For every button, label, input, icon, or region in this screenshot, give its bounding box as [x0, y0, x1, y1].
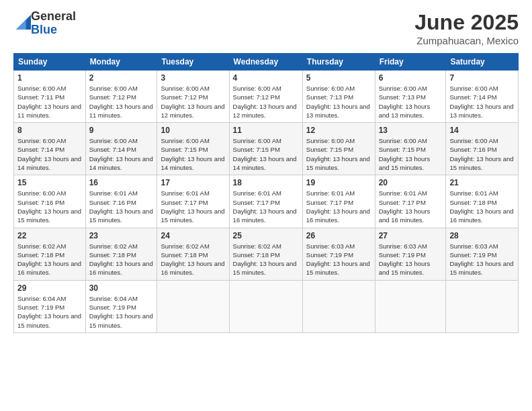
- day-info: Sunrise: 6:00 AMSunset: 7:13 PMDaylight:…: [306, 84, 371, 120]
- day-number: 22: [17, 231, 82, 240]
- day-info: Sunrise: 6:00 AMSunset: 7:13 PMDaylight:…: [379, 84, 443, 120]
- calendar-week-row: 1 Sunrise: 6:00 AMSunset: 7:11 PMDayligh…: [14, 71, 519, 123]
- calendar-week-row: 15 Sunrise: 6:00 AMSunset: 7:16 PMDaylig…: [14, 175, 519, 228]
- table-row: 5 Sunrise: 6:00 AMSunset: 7:13 PMDayligh…: [302, 71, 375, 123]
- day-info: Sunrise: 6:01 AMSunset: 7:17 PMDaylight:…: [379, 189, 443, 224]
- day-info: Sunrise: 6:01 AMSunset: 7:16 PMDaylight:…: [89, 189, 154, 224]
- day-number: 28: [449, 231, 515, 240]
- day-number: 1: [17, 73, 82, 83]
- logo-blue-text: Blue: [31, 24, 76, 37]
- empty-cell: [229, 280, 302, 332]
- table-row: 30 Sunrise: 6:04 AMSunset: 7:19 PMDaylig…: [85, 280, 157, 332]
- table-row: 10 Sunrise: 6:00 AMSunset: 7:15 PMDaylig…: [157, 123, 229, 175]
- day-number: 15: [17, 178, 82, 187]
- day-number: 18: [233, 178, 299, 187]
- svg-marker-1: [16, 19, 26, 30]
- day-info: Sunrise: 6:01 AMSunset: 7:17 PMDaylight:…: [161, 189, 225, 224]
- day-number: 3: [161, 73, 225, 83]
- day-number: 2: [89, 73, 154, 83]
- day-info: Sunrise: 6:04 AMSunset: 7:19 PMDaylight:…: [17, 294, 82, 330]
- day-info: Sunrise: 6:02 AMSunset: 7:18 PMDaylight:…: [89, 242, 154, 277]
- day-number: 23: [89, 231, 154, 240]
- table-row: 8 Sunrise: 6:00 AMSunset: 7:14 PMDayligh…: [14, 123, 86, 175]
- table-row: 16 Sunrise: 6:01 AMSunset: 7:16 PMDaylig…: [85, 175, 157, 228]
- table-row: 19 Sunrise: 6:01 AMSunset: 7:17 PMDaylig…: [302, 175, 375, 228]
- day-number: 14: [449, 126, 515, 135]
- day-number: 5: [306, 73, 371, 83]
- day-info: Sunrise: 6:02 AMSunset: 7:18 PMDaylight:…: [17, 242, 82, 277]
- day-info: Sunrise: 6:01 AMSunset: 7:17 PMDaylight:…: [233, 189, 299, 224]
- table-row: 13 Sunrise: 6:00 AMSunset: 7:15 PMDaylig…: [375, 123, 446, 175]
- table-row: 28 Sunrise: 6:03 AMSunset: 7:19 PMDaylig…: [446, 228, 519, 280]
- day-number: 17: [161, 178, 225, 187]
- day-info: Sunrise: 6:03 AMSunset: 7:19 PMDaylight:…: [379, 242, 443, 277]
- table-row: 21 Sunrise: 6:01 AMSunset: 7:18 PMDaylig…: [446, 175, 519, 228]
- col-thursday: Thursday: [302, 54, 375, 71]
- col-saturday: Saturday: [446, 54, 519, 71]
- col-tuesday: Tuesday: [157, 54, 229, 71]
- day-info: Sunrise: 6:02 AMSunset: 7:18 PMDaylight:…: [161, 242, 225, 277]
- empty-cell: [446, 280, 519, 332]
- day-number: 21: [449, 178, 515, 187]
- table-row: 4 Sunrise: 6:00 AMSunset: 7:12 PMDayligh…: [229, 71, 302, 123]
- empty-cell: [302, 280, 375, 332]
- table-row: 23 Sunrise: 6:02 AMSunset: 7:18 PMDaylig…: [85, 228, 157, 280]
- day-number: 12: [306, 126, 371, 135]
- day-number: 7: [449, 73, 515, 83]
- table-row: 14 Sunrise: 6:00 AMSunset: 7:16 PMDaylig…: [446, 123, 519, 175]
- day-info: Sunrise: 6:01 AMSunset: 7:17 PMDaylight:…: [306, 189, 371, 224]
- table-row: 6 Sunrise: 6:00 AMSunset: 7:13 PMDayligh…: [375, 71, 446, 123]
- day-info: Sunrise: 6:00 AMSunset: 7:15 PMDaylight:…: [161, 136, 225, 172]
- day-info: Sunrise: 6:03 AMSunset: 7:19 PMDaylight:…: [306, 242, 371, 277]
- day-number: 27: [379, 231, 443, 240]
- col-friday: Friday: [375, 54, 446, 71]
- day-info: Sunrise: 6:00 AMSunset: 7:12 PMDaylight:…: [233, 84, 299, 120]
- day-info: Sunrise: 6:00 AMSunset: 7:14 PMDaylight:…: [89, 136, 154, 172]
- table-row: 9 Sunrise: 6:00 AMSunset: 7:14 PMDayligh…: [85, 123, 157, 175]
- day-info: Sunrise: 6:00 AMSunset: 7:12 PMDaylight:…: [89, 84, 154, 120]
- table-row: 29 Sunrise: 6:04 AMSunset: 7:19 PMDaylig…: [14, 280, 86, 332]
- day-number: 11: [233, 126, 299, 135]
- table-row: 2 Sunrise: 6:00 AMSunset: 7:12 PMDayligh…: [85, 71, 157, 123]
- day-info: Sunrise: 6:04 AMSunset: 7:19 PMDaylight:…: [89, 294, 154, 330]
- day-number: 9: [89, 126, 154, 135]
- title-block: June 2025 Zumpahuacan, Mexico: [414, 10, 519, 46]
- day-number: 30: [89, 283, 154, 293]
- table-row: 7 Sunrise: 6:00 AMSunset: 7:14 PMDayligh…: [446, 71, 519, 123]
- header: General Blue June 2025 Zumpahuacan, Mexi…: [13, 10, 519, 46]
- day-number: 29: [17, 283, 82, 293]
- day-info: Sunrise: 6:00 AMSunset: 7:16 PMDaylight:…: [17, 189, 82, 224]
- col-monday: Monday: [85, 54, 157, 71]
- day-info: Sunrise: 6:00 AMSunset: 7:11 PMDaylight:…: [17, 84, 82, 120]
- logo-general-text: General: [31, 10, 76, 24]
- day-info: Sunrise: 6:02 AMSunset: 7:18 PMDaylight:…: [233, 242, 299, 277]
- day-info: Sunrise: 6:00 AMSunset: 7:15 PMDaylight:…: [306, 136, 371, 172]
- day-info: Sunrise: 6:00 AMSunset: 7:15 PMDaylight:…: [379, 136, 443, 172]
- day-number: 26: [306, 231, 371, 240]
- day-number: 16: [89, 178, 154, 187]
- month-title: June 2025: [414, 10, 519, 35]
- table-row: 12 Sunrise: 6:00 AMSunset: 7:15 PMDaylig…: [302, 123, 375, 175]
- day-info: Sunrise: 6:00 AMSunset: 7:15 PMDaylight:…: [233, 136, 299, 172]
- day-number: 6: [379, 73, 443, 83]
- calendar-header-row: Sunday Monday Tuesday Wednesday Thursday…: [14, 54, 519, 71]
- day-info: Sunrise: 6:00 AMSunset: 7:14 PMDaylight:…: [449, 84, 515, 120]
- day-info: Sunrise: 6:03 AMSunset: 7:19 PMDaylight:…: [449, 242, 515, 277]
- calendar-week-row: 29 Sunrise: 6:04 AMSunset: 7:19 PMDaylig…: [14, 280, 519, 332]
- day-number: 10: [161, 126, 225, 135]
- logo-text: General Blue: [31, 10, 76, 37]
- day-number: 13: [379, 126, 443, 135]
- day-number: 19: [306, 178, 371, 187]
- table-row: 24 Sunrise: 6:02 AMSunset: 7:18 PMDaylig…: [157, 228, 229, 280]
- logo-icon: [16, 15, 31, 30]
- logo: General Blue: [13, 10, 76, 37]
- day-number: 25: [233, 231, 299, 240]
- day-number: 20: [379, 178, 443, 187]
- calendar-week-row: 22 Sunrise: 6:02 AMSunset: 7:18 PMDaylig…: [14, 228, 519, 280]
- empty-cell: [375, 280, 446, 332]
- table-row: 26 Sunrise: 6:03 AMSunset: 7:19 PMDaylig…: [302, 228, 375, 280]
- day-number: 24: [161, 231, 225, 240]
- day-info: Sunrise: 6:00 AMSunset: 7:12 PMDaylight:…: [161, 84, 225, 120]
- day-info: Sunrise: 6:00 AMSunset: 7:14 PMDaylight:…: [17, 136, 82, 172]
- col-wednesday: Wednesday: [229, 54, 302, 71]
